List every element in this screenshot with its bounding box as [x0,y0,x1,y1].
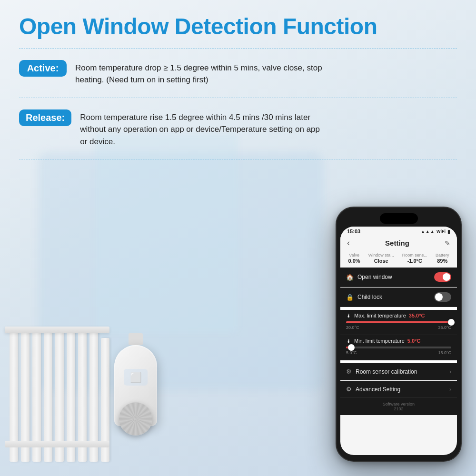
battery-icon: ▮ [447,229,450,234]
open-window-label: Open window [357,274,392,280]
release-row: Release: Room temperature rise 1.5 degre… [19,103,457,155]
phone-mockup: 15:03 ▲▲▲ WiFi ▮ ‹ Setting ✎ Valve 0.0% [336,207,462,462]
min-temp-max: 15.0°C [438,350,451,355]
battery-value: 89% [437,258,447,264]
advanced-label: Advanced Setting [356,386,400,393]
settings-list: 🏠 Open window 🔒 Child lock [340,268,457,415]
child-lock-icon: 🔒 [346,294,354,301]
min-temp-slider[interactable] [346,347,451,348]
room-sensor-setting[interactable]: ⚙ Room sensor calibration › [340,363,457,380]
room-sensor-label-row: ⚙ Room sensor calibration [346,368,417,375]
max-temp-icon: 🌡 [346,313,351,318]
max-temp-value: 35.0°C [409,313,425,318]
valve-stat: Valve 0.0% [348,253,360,264]
phone-frame: 15:03 ▲▲▲ WiFi ▮ ‹ Setting ✎ Valve 0.0% [336,207,462,462]
min-temp-header: 🌡 Min. limit temperature 5.0°C [346,338,451,344]
valve-value: 0.0% [348,258,360,264]
open-window-toggle[interactable] [434,272,451,282]
max-temp-max: 35.0°C [438,325,451,330]
release-badge: Release: [19,109,71,126]
status-bar: 15:03 ▲▲▲ WiFi ▮ [340,227,457,236]
sensor-stat: Room sens... -1.0°C [402,253,427,264]
dynamic-island [380,213,418,224]
battery-label: Battery [436,253,449,258]
max-temp-thumb[interactable] [448,319,455,326]
phone-screen: 15:03 ▲▲▲ WiFi ▮ ‹ Setting ✎ Valve 0.0% [340,227,457,455]
room-sensor-label: Room sensor calibration [356,368,417,375]
child-lock-label: Child lock [357,294,382,300]
open-window-icon: 🏠 [346,274,354,281]
active-row: Active: Room temperature drop ≥ 1.5 degr… [19,53,457,93]
min-temp-section: 🌡 Min. limit temperature 5.0°C 5.0°C 15.… [340,335,457,360]
min-temp-thumb[interactable] [348,344,355,351]
app-header: ‹ Setting ✎ [340,236,457,251]
divider-middle [19,98,457,98]
max-temp-min: 20.0°C [346,325,359,330]
software-version-section: Software version 2102 [340,398,457,415]
software-version-label: Software version [344,402,453,407]
min-temp-value: 5.0°C [407,338,421,344]
divider-top [19,48,457,49]
release-description: Room temperature rise 1.5 degree within … [80,109,327,148]
back-button[interactable]: ‹ [347,238,350,248]
max-temp-section: 🌡 Max. limit temperature 35.0°C 20.0°C 3… [340,310,457,335]
toggle-knob-2 [435,293,443,301]
min-temp-label: Min. limit temperature [354,338,405,344]
child-lock-label-row: 🔒 Child lock [346,294,382,301]
min-temp-labels: 5.0°C 15.0°C [346,350,451,355]
advanced-chevron: › [449,386,451,393]
room-sensor-chevron: › [449,368,451,375]
active-description: Room temperature drop ≥ 1.5 degree withi… [75,60,323,86]
valve-label: Valve [349,253,359,258]
active-badge: Active: [19,60,67,77]
status-icons: ▲▲▲ WiFi ▮ [420,229,450,234]
open-window-label-row: 🏠 Open window [346,274,392,281]
stats-row: Valve 0.0% Window sta... Close Room sens… [340,251,457,268]
open-window-setting[interactable]: 🏠 Open window [340,268,457,287]
advanced-label-row: ⚙ Advanced Setting [346,386,400,393]
max-temp-header: 🌡 Max. limit temperature 35.0°C [346,313,451,318]
max-temp-fill [346,321,451,323]
advanced-icon: ⚙ [346,386,352,393]
window-value: Close [374,258,388,264]
sensor-label: Room sens... [402,253,427,258]
max-temp-slider[interactable] [346,321,451,323]
window-stat: Window sta... Close [368,253,394,264]
page-title: Open Window Detection Function [19,14,457,40]
wifi-icon: WiFi [436,229,446,234]
window-label: Window sta... [368,253,394,258]
max-temp-labels: 20.0°C 35.0°C [346,325,451,330]
max-temp-label: Max. limit temperature [354,313,406,318]
child-lock-toggle[interactable] [434,292,451,302]
sensor-value: -1.0°C [407,258,422,264]
app-title: Setting [385,239,409,247]
edit-button[interactable]: ✎ [445,239,450,247]
signal-icon: ▲▲▲ [420,229,435,234]
software-version-value: 2102 [344,407,453,411]
min-temp-icon: 🌡 [346,338,351,344]
divider-bottom [19,159,457,159]
advanced-setting[interactable]: ⚙ Advanced Setting › [340,381,457,398]
child-lock-setting[interactable]: 🔒 Child lock [340,288,457,307]
min-temp-min: 5.0°C [346,350,357,355]
battery-stat: Battery 89% [436,253,449,264]
toggle-knob [443,273,450,281]
room-sensor-icon: ⚙ [346,368,352,375]
time-display: 15:03 [347,228,360,234]
